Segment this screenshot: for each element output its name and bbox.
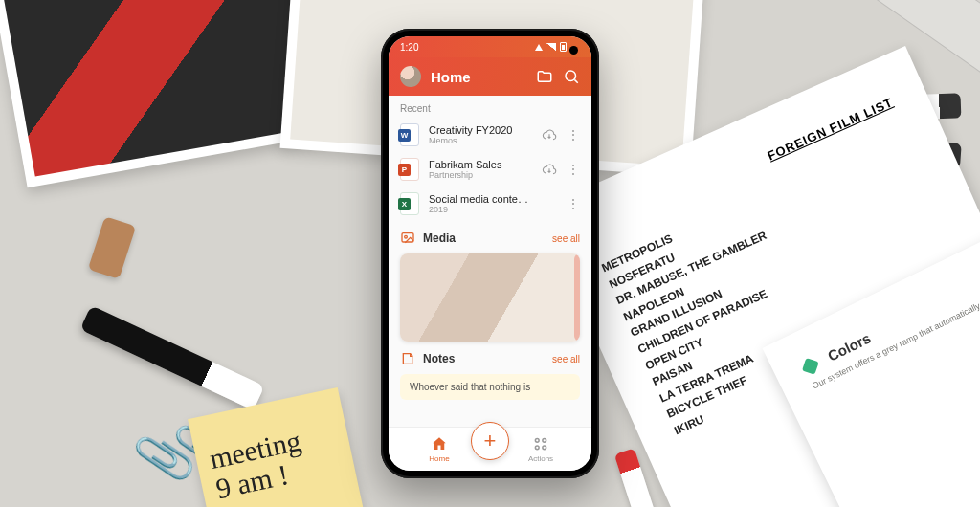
battery-icon (560, 42, 567, 52)
notes-see-all[interactable]: see all (552, 354, 580, 364)
media-icon (400, 231, 415, 246)
file-row[interactable]: Social media content track… 2019 ⋮ (389, 187, 591, 221)
phone-screen: 1:20 Home Recent Creativity FY2020 Memos (389, 36, 591, 471)
file-subtitle: Memos (429, 136, 532, 145)
camera-hole (569, 46, 578, 55)
phone-frame: 1:20 Home Recent Creativity FY2020 Memos (381, 29, 599, 478)
file-row[interactable]: Creativity FY2020 Memos ⋮ (389, 118, 591, 152)
svg-point-0 (566, 71, 576, 81)
file-subtitle: 2019 (429, 205, 532, 214)
folder-icon[interactable] (536, 68, 553, 85)
file-title: Fabrikam Sales (429, 159, 532, 170)
desk-sticky-note: meeting 9 am ! (188, 387, 368, 507)
page-title: Home (431, 69, 526, 85)
notes-section-header: Notes see all (389, 342, 591, 372)
more-icon[interactable]: ⋮ (567, 199, 580, 209)
colors-dot-icon (802, 358, 819, 375)
svg-point-7 (543, 446, 546, 450)
nav-actions-label: Actions (528, 454, 553, 463)
excel-doc-icon (400, 192, 419, 215)
wifi-icon (535, 44, 543, 51)
media-section-header: Media see all (389, 221, 591, 252)
status-time: 1:20 (400, 42, 418, 53)
content-scroll[interactable]: Recent Creativity FY2020 Memos ⋮ Fabrika… (389, 96, 591, 427)
home-icon (431, 435, 448, 452)
file-title: Creativity FY2020 (429, 124, 532, 136)
fab-create[interactable]: + (471, 422, 509, 460)
recent-label: Recent (389, 96, 591, 118)
nav-home-label: Home (429, 454, 449, 463)
svg-point-6 (535, 446, 539, 450)
search-icon[interactable] (563, 68, 580, 85)
nav-home[interactable]: Home (411, 435, 468, 463)
media-see-all[interactable]: see all (552, 233, 580, 244)
app-header: Home (389, 57, 591, 96)
cloud-download-icon[interactable] (542, 162, 557, 177)
media-thumbnail[interactable] (400, 254, 580, 342)
desk-marker-black (79, 305, 264, 410)
file-subtitle: Partnership (429, 170, 532, 180)
svg-point-3 (405, 235, 408, 238)
word-doc-icon (400, 123, 419, 146)
file-title: Social media content track… (429, 193, 532, 205)
powerpoint-doc-icon (400, 158, 419, 181)
desk-cork (88, 216, 136, 279)
more-icon[interactable]: ⋮ (567, 130, 580, 140)
note-preview[interactable]: Whoever said that nothing is (400, 374, 580, 400)
notes-label: Notes (423, 352, 455, 365)
media-label: Media (423, 231, 456, 245)
avatar[interactable] (400, 66, 421, 87)
actions-icon (532, 435, 549, 452)
svg-line-1 (574, 79, 577, 82)
file-row[interactable]: Fabrikam Sales Partnership ⋮ (389, 152, 591, 187)
notes-icon (400, 351, 415, 366)
signal-icon (546, 43, 556, 51)
svg-point-4 (535, 438, 539, 442)
bottom-nav: Home + Actions (389, 427, 591, 471)
nav-actions[interactable]: Actions (512, 435, 569, 463)
desk-photo-left (0, 0, 329, 187)
svg-point-5 (543, 438, 546, 442)
more-icon[interactable]: ⋮ (567, 165, 580, 174)
cloud-download-icon[interactable] (542, 127, 557, 143)
status-bar: 1:20 (389, 36, 591, 57)
plus-icon: + (484, 429, 497, 453)
